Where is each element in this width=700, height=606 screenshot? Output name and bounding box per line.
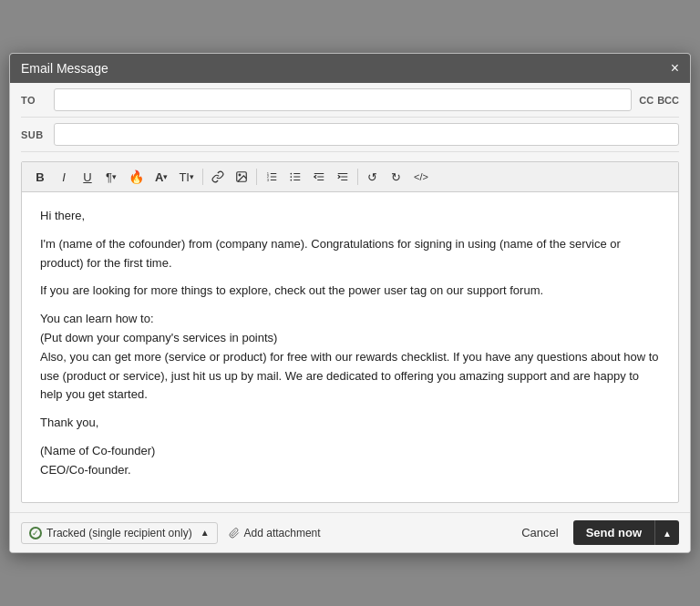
unordered-list-button[interactable] <box>284 166 306 188</box>
dialog-title: Email Message <box>21 61 108 76</box>
attach-icon <box>229 528 240 539</box>
email-dialog: Email Message × TO CC BCC SUB B I U ¶▾ 🔥 <box>9 53 691 553</box>
color-button[interactable]: 🔥 <box>124 166 149 188</box>
paragraph-button[interactable]: ¶▾ <box>100 166 122 188</box>
svg-point-13 <box>290 180 292 181</box>
attach-button[interactable]: Add attachment <box>229 527 321 539</box>
font-button[interactable]: A▾ <box>150 166 172 188</box>
footer-left: Tracked (single recipient only) ▲ Add at… <box>21 522 321 544</box>
dialog-footer: Tracked (single recipient only) ▲ Add at… <box>10 512 690 552</box>
italic-button[interactable]: I <box>53 166 75 188</box>
image-button[interactable] <box>231 166 252 188</box>
link-button[interactable] <box>207 166 229 188</box>
editor-container: B I U ¶▾ 🔥 A▾ TI▾ <box>21 161 679 503</box>
underline-button[interactable]: U <box>77 166 98 188</box>
svg-text:3: 3 <box>267 178 270 182</box>
close-button[interactable]: × <box>671 61 679 76</box>
text-size-button[interactable]: TI▾ <box>174 166 199 188</box>
sub-row: SUB <box>21 118 679 152</box>
cc-bcc-group: CC BCC <box>639 95 679 106</box>
send-now-group: Send now ▲ <box>573 520 679 545</box>
toolbar-sep-3 <box>357 169 358 185</box>
sub-label: SUB <box>21 129 54 140</box>
indent-decrease-button[interactable] <box>308 166 330 188</box>
ordered-list-button[interactable]: 1 2 3 <box>261 166 283 188</box>
indent-increase-button[interactable] <box>332 166 354 188</box>
to-row: TO CC BCC <box>21 83 679 118</box>
bcc-button[interactable]: BCC <box>657 95 679 106</box>
editor-toolbar: B I U ¶▾ 🔥 A▾ TI▾ <box>22 162 678 192</box>
code-button[interactable]: </> <box>409 166 433 188</box>
cc-button[interactable]: CC <box>639 95 654 106</box>
tracked-label: Tracked (single recipient only) <box>46 527 192 539</box>
dialog-header: Email Message × <box>10 54 690 83</box>
undo-button[interactable]: ↺ <box>362 166 384 188</box>
cancel-button[interactable]: Cancel <box>512 521 567 544</box>
svg-point-11 <box>290 173 292 175</box>
send-now-button[interactable]: Send now <box>573 520 654 545</box>
toolbar-sep-2 <box>256 169 257 185</box>
toolbar-sep-1 <box>202 169 203 185</box>
redo-button[interactable]: ↻ <box>386 166 407 188</box>
tracked-icon <box>29 527 42 539</box>
send-now-arrow-icon: ▲ <box>663 529 672 539</box>
subject-input[interactable] <box>54 123 679 146</box>
send-now-dropdown-button[interactable]: ▲ <box>654 520 679 545</box>
fields-area: TO CC BCC SUB <box>10 83 690 152</box>
editor-body[interactable]: Hi there, I'm (name of the cofounder) fr… <box>22 192 678 502</box>
to-label: TO <box>21 95 54 106</box>
svg-point-1 <box>239 174 241 176</box>
to-input[interactable] <box>54 88 632 111</box>
bold-button[interactable]: B <box>29 166 51 188</box>
tracked-button[interactable]: Tracked (single recipient only) ▲ <box>21 522 218 544</box>
attach-label: Add attachment <box>244 527 321 539</box>
svg-point-12 <box>290 176 292 178</box>
footer-right: Cancel Send now ▲ <box>512 520 679 545</box>
tracked-arrow: ▲ <box>201 528 210 538</box>
